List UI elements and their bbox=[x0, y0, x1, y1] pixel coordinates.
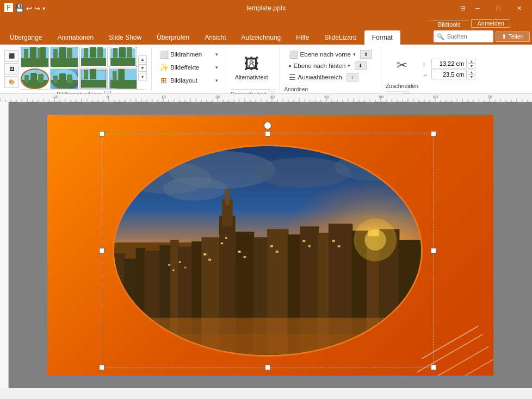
handle-tr[interactable] bbox=[431, 131, 436, 136]
auswahlbereich-icon-btn[interactable]: ↕ bbox=[347, 73, 358, 82]
tab-slideshow[interactable]: Slide Show bbox=[101, 30, 149, 45]
zuschneiden-icon: ✂ bbox=[397, 58, 407, 73]
img-style-4[interactable] bbox=[109, 47, 137, 67]
width-icon: ↔ bbox=[423, 72, 430, 78]
anmelden-button[interactable]: Anmelden bbox=[471, 19, 510, 28]
ruler-left bbox=[0, 102, 9, 388]
format-smallbtn-1[interactable]: ⬛ bbox=[4, 50, 18, 62]
width-down[interactable]: ▼ bbox=[468, 74, 475, 79]
ribbon-display-btn[interactable]: ⊟ bbox=[460, 4, 466, 12]
minimize-button[interactable]: ─ bbox=[469, 2, 486, 14]
svg-rect-32 bbox=[172, 270, 175, 271]
bildeffekte-arrow: ▾ bbox=[215, 65, 218, 70]
bildrahmen-button[interactable]: ⬜ Bildrahmen ▾ bbox=[156, 49, 221, 60]
img-style-6[interactable] bbox=[50, 68, 78, 89]
img-style-3[interactable] bbox=[79, 47, 108, 67]
handle-ml[interactable] bbox=[99, 248, 104, 253]
svg-rect-44 bbox=[308, 245, 311, 247]
section-barrierefreiheit: 🖼 Alternativtext Barrierefreiheit ↗ bbox=[226, 47, 280, 91]
width-input[interactable] bbox=[431, 70, 467, 79]
ebene-vorne-arrow: ▾ bbox=[353, 52, 356, 57]
ebene-hinten-button[interactable]: ▪ Ebene nach hinten ▾ ⬇ bbox=[284, 60, 372, 71]
bildrahmen-arrow: ▾ bbox=[215, 52, 218, 57]
tab-slidelizard[interactable]: SlideLizard bbox=[317, 30, 364, 45]
tab-animationen[interactable]: Animationen bbox=[50, 30, 101, 45]
svg-rect-42 bbox=[276, 251, 279, 253]
deco-line-4 bbox=[438, 358, 493, 376]
svg-point-50 bbox=[364, 229, 386, 251]
section-label-empty bbox=[156, 90, 221, 91]
share-button[interactable]: ⬆ Teilen bbox=[496, 32, 530, 42]
ebene-vorne-icon-btn[interactable]: ⬆ bbox=[360, 50, 372, 59]
tab-aufzeichnung[interactable]: Aufzeichnung bbox=[234, 30, 289, 45]
bildtools-bar: Bildtools Anmelden bbox=[0, 16, 532, 28]
img-style-1[interactable] bbox=[21, 47, 49, 67]
bildlayout-button[interactable]: ⊞ Bildlayout ▾ bbox=[156, 75, 221, 86]
scroll-up[interactable]: ▲ bbox=[138, 55, 147, 63]
handle-tm[interactable] bbox=[265, 131, 270, 136]
width-up[interactable]: ▲ bbox=[468, 70, 475, 74]
alternativtext-button[interactable]: 🖼 Alternativtext bbox=[231, 49, 273, 87]
close-button[interactable]: ✕ bbox=[510, 2, 528, 14]
image-selection-container[interactable] bbox=[102, 134, 434, 367]
quick-access-save[interactable]: 💾 bbox=[15, 4, 24, 13]
height-input[interactable] bbox=[431, 59, 467, 68]
section-anordnen: ⬜ Ebene nach vorne ▾ ⬆ ▪ Ebene nach hint… bbox=[280, 47, 381, 91]
svg-rect-43 bbox=[302, 240, 305, 242]
bildtools-label: Bildtools bbox=[429, 21, 469, 28]
search-input[interactable] bbox=[447, 33, 490, 40]
slide[interactable] bbox=[47, 115, 493, 376]
restore-button[interactable]: □ bbox=[490, 2, 507, 14]
scroll-more[interactable]: ▾ bbox=[138, 73, 147, 80]
bildlayout-icon: ⊞ bbox=[159, 76, 168, 85]
quick-access-more[interactable]: ▾ bbox=[42, 5, 45, 11]
style-scroll-arrows: ▲ ▼ ▾ bbox=[138, 55, 147, 80]
handle-bm[interactable] bbox=[265, 365, 270, 370]
ebene-vorne-button[interactable]: ⬜ Ebene nach vorne ▾ ⬆ bbox=[284, 49, 376, 60]
format-smallbtn-2[interactable]: 🖼 bbox=[4, 63, 18, 75]
height-input-row: ↕ ▲ ▼ bbox=[423, 59, 475, 68]
bildeffekte-button[interactable]: ✨ Bildeffekte ▾ bbox=[156, 62, 221, 73]
height-up[interactable]: ▲ bbox=[468, 59, 475, 64]
height-down[interactable]: ▼ bbox=[468, 64, 475, 68]
ribbon-tabs-right: 🔍 ⬆ Teilen bbox=[434, 30, 530, 45]
tab-ubergange[interactable]: Übergänge bbox=[2, 30, 50, 45]
rotate-handle[interactable] bbox=[264, 122, 271, 129]
svg-point-4 bbox=[254, 158, 351, 188]
tab-hilfe[interactable]: Hilfe bbox=[288, 30, 317, 45]
title-left: 🅿 💾 ↩ ↪ ▾ bbox=[4, 3, 45, 13]
svg-rect-39 bbox=[238, 251, 241, 253]
section-bildoptionen: ⬜ Bildrahmen ▾ ✨ Bildeffekte ▾ ⊞ Bildlay… bbox=[152, 47, 226, 91]
img-style-5[interactable] bbox=[21, 68, 49, 89]
oval-image[interactable] bbox=[113, 145, 423, 357]
ebene-hinten-icon: ▪ bbox=[289, 61, 292, 70]
tab-format[interactable]: Format bbox=[364, 30, 400, 45]
handle-br[interactable] bbox=[431, 365, 436, 370]
search-box[interactable]: 🔍 bbox=[434, 30, 493, 42]
width-spinbuttons: ▲ ▼ bbox=[468, 70, 475, 79]
svg-rect-41 bbox=[270, 245, 273, 247]
svg-rect-36 bbox=[208, 259, 211, 261]
bildlayout-arrow: ▾ bbox=[215, 78, 218, 83]
tab-ansicht[interactable]: Ansicht bbox=[197, 30, 233, 45]
slide-area[interactable] bbox=[0, 102, 532, 388]
handle-bl[interactable] bbox=[99, 365, 104, 370]
format-smallbtn-3[interactable]: 🎨 bbox=[4, 76, 18, 88]
quick-access-undo[interactable]: ↩ bbox=[26, 4, 32, 13]
size-inputs: ↕ ▲ ▼ ↔ ▲ ▼ bbox=[423, 59, 475, 79]
ebene-hinten-icon-btn[interactable]: ⬇ bbox=[355, 61, 367, 70]
img-style-7[interactable] bbox=[79, 68, 108, 89]
scroll-down[interactable]: ▼ bbox=[138, 64, 147, 72]
handle-tl[interactable] bbox=[99, 131, 104, 136]
auswahlbereich-button[interactable]: ☰ Auswahlbereich ↕ bbox=[284, 72, 363, 83]
img-style-8[interactable] bbox=[109, 68, 137, 89]
svg-rect-37 bbox=[221, 242, 223, 244]
height-icon: ↕ bbox=[423, 61, 430, 67]
svg-rect-35 bbox=[203, 253, 206, 255]
zuschneiden-button[interactable]: ✂ bbox=[388, 49, 416, 82]
handle-mr[interactable] bbox=[431, 248, 436, 253]
tab-uberpruefen[interactable]: Überprüfen bbox=[149, 30, 197, 45]
img-style-2[interactable] bbox=[50, 47, 78, 67]
search-icon: 🔍 bbox=[437, 33, 444, 40]
quick-access-redo[interactable]: ↪ bbox=[34, 4, 40, 13]
